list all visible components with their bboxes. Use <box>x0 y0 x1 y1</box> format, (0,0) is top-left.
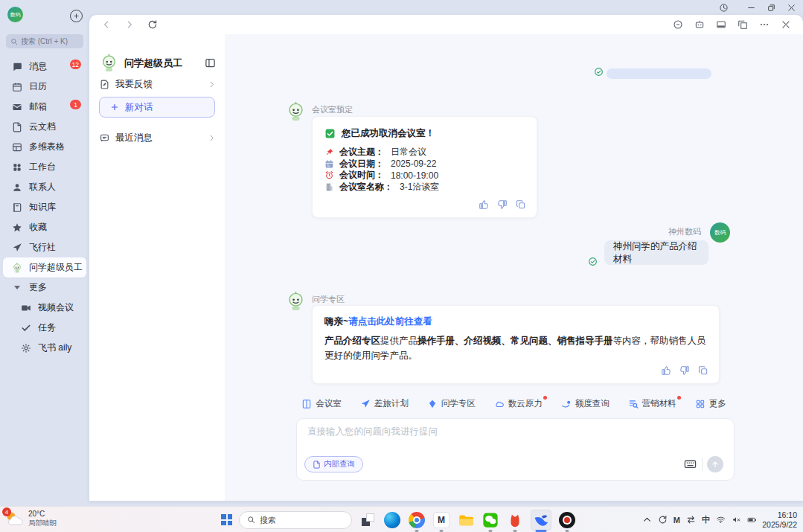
start-button[interactable] <box>221 514 232 525</box>
tab-quota-query[interactable]: 额度查询 <box>561 398 610 409</box>
sidebar-item-label: 消息 <box>29 60 47 73</box>
file-explorer-app[interactable] <box>457 510 475 531</box>
tab-label: 差旅计划 <box>374 398 409 409</box>
diamond-icon <box>427 399 438 409</box>
restore-button[interactable] <box>761 1 781 15</box>
sidebar-nav: 消息12 日历 邮箱1 云文档 多维表格 工作台 联系人 知识库 收藏 飞行社 … <box>0 57 89 358</box>
person-icon <box>12 182 22 193</box>
refresh-icon[interactable] <box>147 19 158 30</box>
thumbs-up-button[interactable] <box>661 365 671 376</box>
feishu-app[interactable] <box>531 510 551 531</box>
battery-icon[interactable] <box>747 515 757 525</box>
mute-icon[interactable] <box>732 515 741 525</box>
main-window: 问学超级员工 我要反馈 新对话 最近消息 <box>89 15 803 501</box>
message-sender: 问学专区 <box>312 294 345 305</box>
cat-app[interactable] <box>506 510 524 531</box>
sidebar-item-tasks[interactable]: 任务 <box>3 318 86 338</box>
sidebar-item-calendar[interactable]: 日历 <box>3 77 86 97</box>
sidebar-item-docs[interactable]: 云文档 <box>3 117 86 137</box>
chevron-up-icon[interactable] <box>642 515 652 525</box>
data-transfer-icon[interactable] <box>686 515 696 525</box>
recent-messages-item[interactable]: 最近消息 <box>100 129 216 146</box>
taskbar-clock[interactable]: 16:10 2025/9/22 <box>762 510 797 529</box>
window-titlebar <box>714 0 802 15</box>
sidebar-item-video-meeting[interactable]: 视频会议 <box>3 298 86 318</box>
assistant-face-icon[interactable] <box>673 19 683 30</box>
message-icon <box>12 62 22 72</box>
sidebar-item-messages[interactable]: 消息12 <box>3 57 86 77</box>
avatar[interactable]: 数码 <box>7 7 23 22</box>
back-icon[interactable] <box>101 19 112 30</box>
popout-icon[interactable] <box>738 19 748 30</box>
sidebar-item-wenxue-assistant[interactable]: 问学超级员工 <box>3 257 86 278</box>
card-title: 您已成功取消会议室！ <box>342 127 435 140</box>
tab-more[interactable]: 更多 <box>695 398 726 409</box>
check-icon <box>21 323 31 333</box>
collapse-panel-icon[interactable] <box>205 57 216 68</box>
sidebar-item-mail[interactable]: 邮箱1 <box>3 97 86 117</box>
robot-icon[interactable] <box>694 19 705 30</box>
wifi-icon[interactable] <box>716 515 726 525</box>
sidebar-item-community[interactable]: 飞行社 <box>3 237 86 257</box>
recorder-app[interactable] <box>558 510 576 531</box>
thumbs-up-button[interactable] <box>479 199 489 210</box>
thumbs-down-button[interactable] <box>679 365 690 376</box>
sidebar-item-workplace[interactable]: 工作台 <box>3 157 86 177</box>
tab-wenxue-zone[interactable]: 问学专区 <box>427 398 476 409</box>
sidebar-item-contacts[interactable]: 联系人 <box>3 177 86 197</box>
copy-button[interactable] <box>516 199 526 210</box>
tab-label: 数云原力 <box>508 398 543 409</box>
dock-window-icon[interactable] <box>716 19 726 30</box>
message-sender: 会议室预定 <box>312 104 353 115</box>
go-view-link[interactable]: 请点击此处前往查看 <box>348 316 432 327</box>
composer-input[interactable] <box>307 426 709 437</box>
edge-app[interactable] <box>383 510 401 531</box>
thumbs-down-button[interactable] <box>497 199 508 210</box>
m-app[interactable]: M <box>432 510 450 531</box>
divider <box>702 458 703 471</box>
tab-travel-plan[interactable]: 差旅计划 <box>360 398 409 409</box>
feedback-item[interactable]: 我要反馈 <box>100 76 216 92</box>
search-input[interactable] <box>21 37 80 45</box>
chevron-right-icon <box>208 134 216 142</box>
time-text: 16:10 <box>778 510 797 519</box>
add-button[interactable] <box>70 10 83 22</box>
keyboard-icon[interactable] <box>684 458 697 470</box>
sidebar-item-knowledge[interactable]: 知识库 <box>3 197 86 217</box>
sidebar-item-base[interactable]: 多维表格 <box>3 137 86 157</box>
ime-indicator[interactable]: 中 <box>702 514 710 525</box>
sidebar-item-favorites[interactable]: 收藏 <box>3 217 86 237</box>
weather-widget[interactable]: 4 20°C局部晴朗 <box>4 510 57 528</box>
sidebar-search[interactable] <box>6 34 83 48</box>
tab-shuyun-power[interactable]: 数云原力 <box>494 398 543 409</box>
sidebar-item-aily[interactable]: 飞书 aily <box>3 338 86 358</box>
internal-query-button[interactable]: 内部查询 <box>304 456 363 472</box>
task-view-button[interactable] <box>359 510 377 531</box>
star-icon <box>12 222 22 233</box>
new-chat-button[interactable]: 新对话 <box>99 97 215 118</box>
close-chat-icon[interactable] <box>781 19 791 30</box>
history-icon[interactable] <box>714 1 734 15</box>
message-sender: 神州数码 <box>668 226 701 237</box>
send-button[interactable] <box>707 456 723 472</box>
more-icon[interactable] <box>759 19 770 30</box>
tab-marketing-material[interactable]: 营销材料 <box>628 398 676 409</box>
forward-icon[interactable] <box>124 19 135 30</box>
tray-m-icon[interactable]: M <box>674 516 680 525</box>
close-button[interactable] <box>781 1 802 15</box>
taskbar-search[interactable] <box>239 511 352 529</box>
doc-icon <box>12 122 22 132</box>
field-value: 日常会议 <box>391 146 426 158</box>
tab-meeting-room[interactable]: 会议室 <box>301 398 342 409</box>
wechat-app[interactable] <box>482 510 499 531</box>
chevron-down-icon <box>14 286 20 289</box>
sync-icon[interactable] <box>658 515 668 525</box>
chrome-app[interactable] <box>408 510 426 531</box>
taskbar-search-input[interactable] <box>260 516 334 525</box>
minimize-button[interactable] <box>741 1 761 15</box>
feishu-app-window: 数码 消息12 日历 邮箱1 云文档 多维表格 工作台 联系人 知识库 收藏 飞… <box>0 0 803 506</box>
copy-button[interactable] <box>698 365 708 376</box>
desktop: 数码 消息12 日历 邮箱1 云文档 多维表格 工作台 联系人 知识库 收藏 飞… <box>0 0 803 532</box>
sidebar-item-more[interactable]: 更多 <box>3 278 86 298</box>
bot-avatar <box>286 291 306 311</box>
